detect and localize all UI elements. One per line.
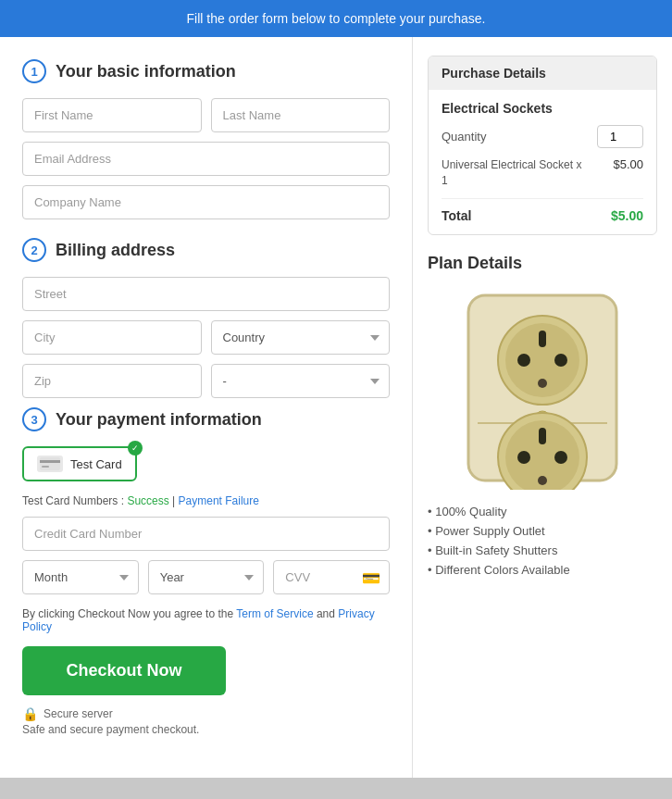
year-select[interactable]: Year [148, 560, 265, 594]
quantity-row: Quantity [442, 125, 643, 148]
test-card-option[interactable]: Test Card ✓ [22, 446, 137, 481]
secure-row: 🔒 Secure server [22, 706, 390, 721]
svg-rect-1 [40, 460, 60, 463]
quantity-label: Quantity [442, 130, 486, 144]
city-field [22, 320, 202, 355]
product-features: 100% Quality Power Supply Outlet Built-i… [428, 505, 657, 577]
svg-point-7 [517, 354, 530, 367]
purchase-details-header: Purchase Details [429, 56, 656, 90]
billing-title: Billing address [56, 241, 175, 260]
item-price: $5.00 [613, 157, 643, 171]
email-row [22, 142, 390, 176]
total-row: Total $5.00 [442, 208, 643, 223]
success-link[interactable]: Success [127, 494, 168, 507]
zip-field [22, 364, 202, 398]
country-field: Country [211, 320, 391, 355]
total-price: $5.00 [611, 208, 643, 223]
lock-icon: 🔒 [22, 706, 38, 721]
plan-details-title: Plan Details [428, 254, 657, 273]
card-icon [37, 456, 63, 472]
card-option-container: Test Card ✓ [22, 446, 390, 494]
socket-illustration [459, 286, 626, 490]
left-panel: 1 Your basic information 2 Billin [0, 37, 413, 778]
last-name-input[interactable] [211, 98, 391, 132]
svg-point-17 [517, 451, 530, 464]
basic-info-header: 1 Your basic information [22, 59, 390, 83]
terms-text: By clicking Checkout Now you agree to th… [22, 607, 390, 633]
city-input[interactable] [22, 320, 202, 355]
company-row [22, 185, 390, 219]
year-field: Year [148, 560, 265, 594]
first-name-input[interactable] [22, 98, 202, 132]
city-country-row: Country [22, 320, 390, 355]
section-number-2: 2 [22, 238, 46, 262]
feature-4: Different Colors Available [428, 563, 657, 577]
first-name-field [22, 98, 202, 132]
basic-info-title: Your basic information [56, 62, 236, 81]
email-input[interactable] [22, 142, 390, 176]
terms-and: and [317, 607, 338, 620]
street-row [22, 277, 390, 311]
svg-rect-6 [539, 331, 546, 347]
svg-point-19 [538, 476, 547, 485]
tos-link[interactable]: Term of Service [236, 607, 313, 620]
safe-row: Safe and secure payment checkout. [22, 723, 390, 736]
name-row [22, 98, 390, 132]
failure-link[interactable]: Payment Failure [179, 494, 259, 507]
svg-rect-2 [42, 466, 49, 468]
section-number-1: 1 [22, 59, 46, 83]
state-field: - [211, 364, 391, 398]
product-title: Electrical Sockets [442, 101, 643, 116]
card-check-icon: ✓ [128, 441, 143, 456]
svg-point-18 [554, 451, 567, 464]
svg-rect-16 [539, 428, 546, 444]
payment-header: 3 Your payment information [22, 407, 390, 431]
quantity-input[interactable] [597, 125, 643, 148]
feature-1: 100% Quality [428, 505, 657, 518]
total-label: Total [442, 208, 471, 223]
svg-point-9 [538, 379, 547, 388]
company-input[interactable] [22, 185, 390, 219]
safe-label: Safe and secure payment checkout. [22, 723, 199, 736]
card-svg [40, 457, 60, 470]
test-card-info: Test Card Numbers : Success | Payment Fa… [22, 494, 390, 507]
checkout-button[interactable]: Checkout Now [22, 646, 226, 695]
zip-state-row: - [22, 364, 390, 398]
terms-prefix: By clicking Checkout Now you agree to th… [22, 607, 236, 620]
purchase-details-body: Electrical Sockets Quantity Universal El… [429, 90, 656, 234]
credit-card-row [22, 517, 390, 551]
cvv-card-icon: 💳 [362, 568, 380, 586]
banner-text: Fill the order form below to complete yo… [187, 11, 486, 26]
cvv-field: 💳 [273, 560, 390, 594]
last-name-field [211, 98, 391, 132]
credit-card-input[interactable] [22, 517, 390, 551]
main-content: 1 Your basic information 2 Billin [0, 37, 672, 778]
state-select[interactable]: - [211, 364, 391, 398]
section-number-3: 3 [22, 407, 46, 431]
cvv-row: Month Year 💳 [22, 560, 390, 594]
secure-info: 🔒 Secure server Safe and secure payment … [22, 706, 390, 736]
top-banner: Fill the order form below to complete yo… [0, 0, 672, 37]
feature-3: Built-in Safety Shutters [428, 543, 657, 557]
secure-label: Secure server [44, 707, 113, 720]
billing-header: 2 Billing address [22, 238, 390, 262]
page-wrapper: Fill the order form below to complete yo… [0, 0, 672, 799]
svg-point-8 [554, 354, 567, 367]
card-label: Test Card [70, 457, 122, 471]
payment-title: Your payment information [56, 410, 262, 430]
item-name: Universal Electrical Socket x 1 [442, 157, 590, 189]
street-input[interactable] [22, 277, 390, 311]
test-numbers-label: Test Card Numbers : [22, 494, 127, 507]
purchase-details-box: Purchase Details Electrical Sockets Quan… [428, 56, 657, 235]
item-row: Universal Electrical Socket x 1 $5.00 [442, 157, 643, 199]
feature-2: Power Supply Outlet [428, 524, 657, 538]
month-select[interactable]: Month [22, 560, 139, 594]
country-select[interactable]: Country [211, 320, 391, 355]
month-field: Month [22, 560, 139, 594]
right-panel: Purchase Details Electrical Sockets Quan… [413, 37, 672, 778]
zip-input[interactable] [22, 364, 202, 398]
svg-rect-0 [40, 457, 60, 470]
